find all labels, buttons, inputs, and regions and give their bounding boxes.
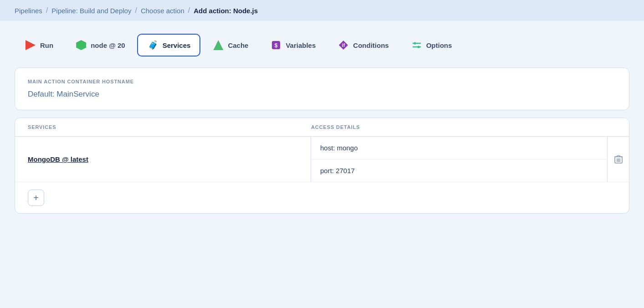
tabs: Run node @ 20 🧳 Services Cache $ Variabl… bbox=[15, 34, 629, 56]
tab-options-label: Options bbox=[426, 41, 452, 49]
svg-text:$: $ bbox=[275, 42, 278, 49]
tab-services-label: Services bbox=[163, 41, 191, 49]
service-name[interactable]: MongoDB @ latest bbox=[28, 155, 88, 163]
breadcrumb-sep-3: / bbox=[188, 6, 190, 15]
tab-run-label: Run bbox=[40, 41, 53, 49]
delete-service-button[interactable] bbox=[607, 137, 629, 182]
services-icon: 🧳 bbox=[147, 39, 159, 51]
hostname-default-value: Default: MainService bbox=[28, 90, 616, 99]
breadcrumb-pipelines[interactable]: Pipelines bbox=[15, 7, 42, 15]
tab-node[interactable]: node @ 20 bbox=[65, 34, 135, 56]
add-button-wrap: + bbox=[15, 182, 629, 213]
tab-conditions-label: Conditions bbox=[353, 41, 388, 49]
add-service-button[interactable]: + bbox=[28, 190, 44, 206]
table-row: MongoDB @ latest host: mongo port: 27017 bbox=[15, 137, 629, 182]
node-icon bbox=[75, 39, 87, 51]
main-content: Run node @ 20 🧳 Services Cache $ Variabl… bbox=[0, 21, 644, 234]
tab-variables[interactable]: $ Variables bbox=[260, 34, 326, 56]
col-header-access: ACCESS DETAILS bbox=[311, 124, 594, 130]
access-details-col: host: mongo port: 27017 bbox=[311, 137, 607, 182]
tab-cache[interactable]: Cache bbox=[202, 34, 258, 56]
hostname-card: MAIN ACTION CONTAINER HOSTNAME Default: … bbox=[15, 67, 629, 110]
cache-icon bbox=[212, 39, 224, 51]
tab-node-label: node @ 20 bbox=[91, 41, 125, 49]
tab-run[interactable]: Run bbox=[15, 34, 63, 56]
variables-icon: $ bbox=[270, 39, 282, 51]
tab-services[interactable]: 🧳 Services bbox=[137, 34, 201, 56]
svg-point-5 bbox=[414, 42, 416, 45]
breadcrumb-sep-1: / bbox=[46, 6, 48, 15]
breadcrumb-pipeline[interactable]: Pipeline: Build and Deploy bbox=[51, 7, 131, 15]
tab-variables-label: Variables bbox=[286, 41, 316, 49]
services-table-header: SERVICES ACCESS DETAILS bbox=[15, 118, 629, 137]
svg-text:if: if bbox=[342, 42, 345, 48]
breadcrumb-current: Add action: Node.js bbox=[194, 7, 258, 15]
access-port: port: 27017 bbox=[311, 159, 607, 182]
svg-point-7 bbox=[417, 46, 419, 48]
hostname-card-label: MAIN ACTION CONTAINER HOSTNAME bbox=[28, 79, 616, 84]
tab-options[interactable]: Options bbox=[401, 34, 462, 56]
tab-cache-label: Cache bbox=[228, 41, 248, 49]
access-host: host: mongo bbox=[311, 137, 607, 159]
service-name-cell: MongoDB @ latest bbox=[15, 137, 311, 182]
options-icon bbox=[411, 39, 423, 51]
breadcrumb: Pipelines / Pipeline: Build and Deploy /… bbox=[0, 0, 644, 21]
col-header-services: SERVICES bbox=[28, 124, 311, 130]
conditions-icon: if bbox=[337, 39, 349, 51]
run-icon bbox=[25, 39, 36, 51]
breadcrumb-choose-action[interactable]: Choose action bbox=[141, 7, 184, 15]
breadcrumb-sep-2: / bbox=[135, 6, 137, 15]
services-card: SERVICES ACCESS DETAILS MongoDB @ latest… bbox=[15, 118, 629, 214]
tab-conditions[interactable]: if Conditions bbox=[327, 34, 399, 56]
